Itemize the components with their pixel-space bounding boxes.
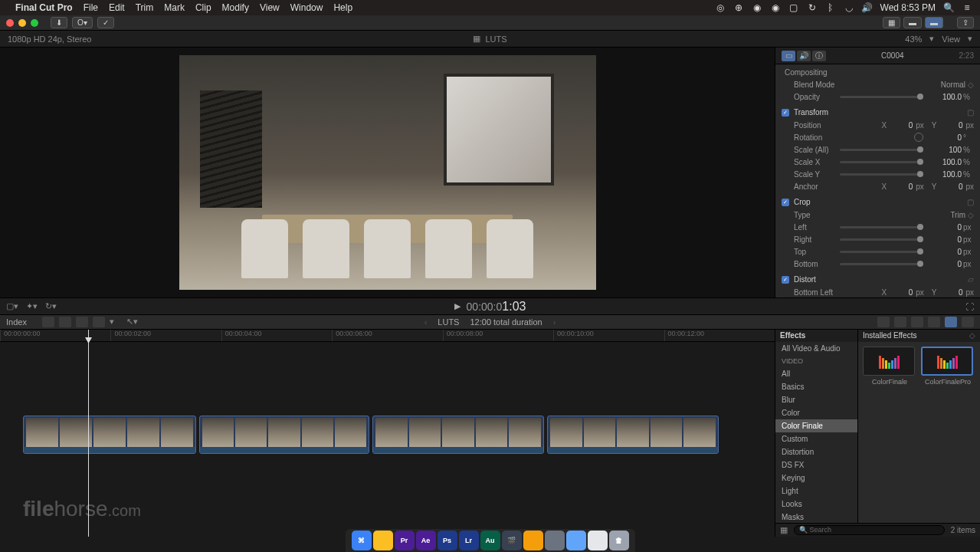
dock-app[interactable]: Lr: [459, 531, 479, 550]
video-tab[interactable]: ▭: [782, 51, 795, 61]
scale-slider[interactable]: [840, 149, 923, 151]
snap-button[interactable]: [928, 317, 940, 327]
fx-category[interactable]: Looks: [775, 498, 857, 511]
scale-x-value[interactable]: 100.0: [928, 158, 962, 166]
menu-view[interactable]: View: [260, 2, 280, 13]
airplay-icon[interactable]: ▢: [788, 2, 799, 13]
tool-menu[interactable]: ▢▾: [6, 301, 18, 311]
dock-app[interactable]: Au: [480, 531, 500, 550]
tool-chevron-icon[interactable]: ▾: [110, 317, 114, 327]
menu-mark[interactable]: Mark: [164, 2, 185, 13]
transform-checkbox[interactable]: ✓: [782, 109, 789, 117]
timeline-clip[interactable]: C0005: [199, 416, 369, 454]
timeline-ruler[interactable]: 00:00:00:00 00:00:02:00 00:00:04:00 00:0…: [0, 330, 775, 342]
skimming-button[interactable]: [877, 317, 890, 327]
effect-item[interactable]: ColorFinale: [863, 347, 916, 386]
next-edit-icon[interactable]: ›: [553, 317, 556, 327]
select-tool[interactable]: ↖▾: [126, 317, 138, 327]
blend-mode-value[interactable]: Normal: [941, 80, 965, 89]
layout-button[interactable]: ▦: [883, 17, 900, 28]
dock-app[interactable]: ⌘: [352, 531, 372, 550]
app-name[interactable]: Final Cut Pro: [15, 2, 73, 13]
volume-icon[interactable]: 🔊: [862, 2, 873, 13]
dock-app[interactable]: 🗑: [609, 531, 629, 550]
info-tab[interactable]: ⓘ: [812, 51, 826, 61]
fullscreen-button[interactable]: [31, 19, 38, 27]
dock-app[interactable]: Pr: [395, 531, 415, 550]
timeline[interactable]: 00:00:00:00 00:00:02:00 00:00:04:00 00:0…: [0, 330, 775, 537]
crop-checkbox[interactable]: ✓: [782, 199, 789, 206]
pos-x[interactable]: 0: [890, 121, 913, 130]
search-input[interactable]: 🔍 Search: [794, 525, 945, 535]
append-tool[interactable]: [76, 317, 88, 327]
keyword-button[interactable]: O▾: [72, 17, 93, 28]
spotlight-icon[interactable]: 🔍: [943, 2, 954, 13]
fx-category[interactable]: Custom: [775, 432, 857, 445]
playhead[interactable]: [88, 330, 89, 537]
menu-file[interactable]: File: [84, 2, 98, 13]
connect-tool[interactable]: [42, 317, 54, 327]
timeline-clip[interactable]: C0016: [547, 416, 719, 454]
effect-item[interactable]: ColorFinalePro: [921, 347, 975, 386]
transitions-button[interactable]: [962, 317, 974, 327]
bg-tasks-button[interactable]: ✓: [97, 17, 114, 28]
play-button[interactable]: ▶: [454, 301, 461, 311]
dock-app[interactable]: [588, 531, 608, 550]
timemachine-icon[interactable]: ↻: [807, 2, 818, 13]
tool-menu[interactable]: ↻▾: [45, 301, 57, 311]
crop-type[interactable]: Trim: [950, 211, 965, 219]
view-menu[interactable]: View: [942, 34, 960, 44]
status-icon[interactable]: ⊕: [733, 2, 744, 13]
installed-header[interactable]: Installed Effects: [863, 331, 916, 340]
menu-icon[interactable]: ≡: [962, 2, 972, 13]
status-icon[interactable]: ◎: [715, 2, 726, 13]
scale-y-value[interactable]: 100.0: [928, 170, 962, 179]
dock-app[interactable]: [523, 531, 543, 550]
fx-category[interactable]: DS FX: [775, 458, 857, 472]
layout-button[interactable]: ▬: [925, 17, 943, 28]
fx-category[interactable]: Keying: [775, 472, 857, 485]
distort-checkbox[interactable]: ✓: [782, 276, 789, 284]
crop-viewer-icon[interactable]: ▢: [967, 198, 974, 206]
fx-category[interactable]: Color Finale: [775, 419, 857, 432]
pos-y[interactable]: 0: [939, 121, 962, 130]
layout-button[interactable]: ▬: [903, 17, 922, 28]
rotation-dial[interactable]: [914, 133, 923, 142]
viewer[interactable]: [0, 48, 775, 297]
effects-button[interactable]: [945, 317, 957, 327]
dock-app[interactable]: Ps: [438, 531, 457, 550]
rotation-value[interactable]: 0: [928, 133, 962, 142]
menu-trim[interactable]: Trim: [136, 2, 154, 13]
zoom-chevron-icon[interactable]: ▾: [929, 34, 934, 44]
solo-button[interactable]: [911, 317, 923, 327]
scale-all-value[interactable]: 100: [928, 146, 962, 154]
fx-category[interactable]: All: [775, 367, 857, 380]
fx-category[interactable]: Masks: [775, 511, 857, 523]
timeline-clip[interactable]: C0004: [23, 416, 196, 454]
bluetooth-icon[interactable]: ᛒ: [825, 2, 836, 13]
opacity-slider[interactable]: [840, 96, 923, 98]
dock-app[interactable]: [545, 531, 565, 550]
import-button[interactable]: ⬇: [51, 17, 67, 28]
share-button[interactable]: ⇪: [957, 17, 974, 28]
overwrite-tool[interactable]: [93, 317, 105, 327]
minimize-button[interactable]: [18, 19, 26, 27]
menu-edit[interactable]: Edit: [109, 2, 125, 13]
status-icon[interactable]: ◉: [770, 2, 781, 13]
dock-app[interactable]: 🎬: [502, 531, 522, 550]
transform-viewer-icon[interactable]: ▢: [967, 108, 974, 117]
insert-tool[interactable]: [59, 317, 71, 327]
audio-tab[interactable]: 🔊: [797, 51, 811, 61]
clock[interactable]: Wed 8:53 PM: [880, 2, 936, 13]
zoom-level[interactable]: 43%: [905, 34, 922, 44]
fx-category[interactable]: All Video & Audio: [775, 342, 857, 355]
timeline-clip[interactable]: C0011: [372, 416, 544, 454]
menu-help[interactable]: Help: [333, 2, 352, 13]
menu-modify[interactable]: Modify: [222, 2, 249, 13]
menu-window[interactable]: Window: [290, 2, 323, 13]
dock-app[interactable]: [373, 531, 393, 550]
dock-app[interactable]: [566, 531, 586, 550]
menu-clip[interactable]: Clip: [195, 2, 211, 13]
tool-menu[interactable]: ✦▾: [26, 301, 38, 311]
fx-category[interactable]: Basics: [775, 380, 857, 393]
